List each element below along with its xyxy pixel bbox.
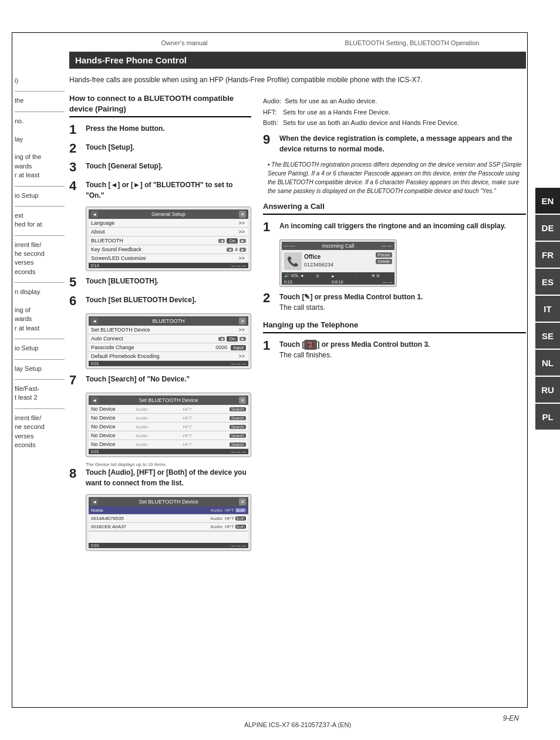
incoming-call-screen: — — Incoming Call — — 📞 Office 012345623… (279, 239, 397, 287)
lang-tab-pl[interactable]: PL (535, 404, 560, 430)
screen-row-passcode: Passcode Change 0000 Input (89, 343, 248, 352)
screen-footer-1: 0:14 — — — (89, 263, 248, 268)
step-3-num: 3 (69, 161, 81, 174)
step-7-content: Touch [Search] of "No Device." (86, 374, 251, 384)
back-btn-4: ◄ (91, 498, 98, 505)
screen-title-1: General Setup (98, 211, 239, 217)
step-7: 7 Touch [Search] of "No Device." (69, 374, 251, 387)
delete-btn[interactable]: Delete (376, 259, 392, 264)
lang-tab-de[interactable]: DE (535, 215, 560, 241)
screen-row-about: About >> (89, 228, 248, 236)
screen-row-language: Language >> (89, 219, 248, 228)
contact-num: 0123456234 (304, 261, 373, 269)
left-item-1: i) (15, 76, 65, 85)
close-btn-2: ✕ (239, 317, 246, 325)
screen-setbt-devices: ◄ Set BLUETOOTH Device ✕ Nokia Audio HFT… (86, 494, 251, 551)
screen-header-3: ◄ Set BLUETOOTH Device ✕ (89, 396, 248, 405)
step-8-num: 8 (69, 467, 81, 480)
step-3-content: Touch [General Setup]. (86, 161, 251, 171)
step-4-content: Touch [◄] or [►] of "BLUETOOTH" to set t… (86, 180, 251, 201)
screen-row-screenled: Screen/LED Customize >> (89, 254, 248, 263)
lang-tab-ru[interactable]: RU (535, 377, 560, 403)
hangup-step-1: 1 Touch [📵] or press Media Control butto… (263, 339, 526, 360)
step-2: 2 Touch [Setup]. (69, 142, 251, 155)
screen-header-4: ◄ Set BLUETOOTH Device ✕ (89, 497, 248, 506)
step-4-num: 4 (69, 180, 81, 192)
contact-name: Office (304, 252, 373, 261)
screen-bluetooth: ◄ BLUETOOTH ✕ Set BLUETOOTH Device >> Au… (86, 313, 251, 369)
screen-title-2: BLUETOOTH (98, 318, 239, 324)
back-btn-1: ◄ (91, 211, 98, 218)
left-item-6: irrent file/he secondverseseconds (15, 241, 65, 277)
left-item-9: lay Setup (15, 364, 65, 373)
step-9: 9 When the device registration is comple… (263, 133, 526, 154)
step-9-num: 9 (263, 133, 275, 146)
screen-header-1: ◄ General Setup ✕ (89, 210, 248, 219)
empty-row (89, 531, 248, 543)
screen-row-setbt: Set BLUETOOTH Device >> (89, 326, 248, 334)
lang-tab-en[interactable]: EN (535, 188, 560, 214)
step-8-content: Touch [Audio], [HFT] or [Both] of the de… (86, 467, 251, 488)
screen-general-setup: ◄ General Setup ✕ Language >> About >> B… (86, 207, 251, 271)
hangup-step-1-num: 1 (263, 339, 275, 352)
lang-tab-se[interactable]: SE (535, 323, 560, 349)
step-6-content: Touch [Set BLUETOOTH Device]. (86, 295, 251, 305)
answer-step-2-content: Touch [✎] or press Media Control button … (279, 292, 526, 313)
header-left: Owner's manual (70, 39, 298, 46)
search-row-2: No Device Audio HFT Search (89, 414, 248, 423)
contact-info: Office 0123456234 (304, 252, 373, 270)
page-title: Hands-Free Phone Control (69, 52, 526, 69)
left-item-3: no.laying of thewardsr at least (15, 117, 65, 180)
step-2-content: Touch [Setup]. (86, 142, 251, 153)
step-9-content: When the device registration is complete… (279, 133, 526, 154)
page-border-top (12, 32, 528, 33)
answer-step-2: 2 Touch [✎] or press Media Control butto… (263, 292, 526, 313)
device-row-1: 0014A4D78535 Audio HFT Both (89, 515, 248, 523)
step-1-num: 1 (69, 123, 81, 136)
page-border-left (12, 32, 12, 708)
intro-text: Hands-free calls are possible when using… (69, 75, 526, 85)
header-right: BLUETOOTH Setting, BLUETOOTH Operation (298, 39, 526, 46)
step-8: 8 Touch [Audio], [HFT] or [Both] of the … (69, 467, 251, 488)
incoming-controls: 🔊 VOL ◄ 5 ► 📞 ⊕ ⊖ (282, 272, 394, 279)
screen-row-keysound: Key Sound Feedback ◄ 4 ► (89, 245, 248, 254)
lang-tab-nl[interactable]: NL (535, 350, 560, 376)
right-column: Audio: Sets for use as an Audio device. … (263, 93, 526, 556)
left-column: How to connect to a BLUETOOTH compatible… (69, 93, 251, 556)
step-7-num: 7 (69, 374, 81, 387)
screen-header-2: ◄ BLUETOOTH ✕ (89, 316, 248, 326)
main-content: Hands-Free Phone Control Hands-free call… (69, 52, 526, 706)
answer-step-1: 1 An incoming call triggers the ringtone… (263, 221, 526, 234)
audio-types-list: Audio: Sets for use as an Audio device. … (263, 96, 526, 129)
page-border-bottom (12, 707, 528, 708)
two-column-layout: How to connect to a BLUETOOTH compatible… (69, 93, 526, 556)
left-item-7: n displaying ofwardsr at least (15, 288, 65, 333)
screen-footer-3: 0:01 — — — (89, 449, 248, 454)
preset-btn[interactable]: Preset (376, 252, 392, 258)
page-header: Owner's manual BLUETOOTH Setting, BLUETO… (70, 34, 526, 52)
lang-tab-fr[interactable]: FR (535, 242, 560, 268)
incoming-body: 📞 Office 0123456234 Preset Delete (282, 250, 394, 272)
screen-title-3: Set BLUETOOTH Device (98, 397, 239, 403)
screen-row-bluetooth: BLUETOOTH ◄ On ► (89, 236, 248, 245)
step-1: 1 Press the Home button. (69, 123, 251, 136)
answer-step-2-num: 2 (263, 292, 275, 305)
step-2-num: 2 (69, 142, 81, 155)
step-4: 4 Touch [◄] or [►] of "BLUETOOTH" to set… (69, 180, 251, 201)
screen-setbt-nodevice: ◄ Set BLUETOOTH Device ✕ No Device Audio… (86, 393, 251, 457)
close-btn-3: ✕ (239, 397, 246, 404)
phone-icon: 📞 (284, 252, 302, 270)
left-item-11: irrent file/ne secondverseseconds (15, 414, 65, 450)
answering-section: Answering a Call 1 An incoming call trig… (263, 201, 526, 313)
search-row-5: No Device Audio HFT Search (89, 440, 248, 449)
step-1-content: Press the Home button. (86, 123, 251, 134)
section-heading-answering: Answering a Call (263, 201, 526, 215)
lang-tab-it[interactable]: IT (535, 296, 560, 322)
screen-row-phonebook: Default Phonebook Encoding >> (89, 352, 248, 361)
left-item-4: io Setup (15, 191, 65, 200)
lang-tab-es[interactable]: ES (535, 269, 560, 295)
screen-footer-4: 0:03 — — — (89, 543, 248, 548)
step-3: 3 Touch [General Setup]. (69, 161, 251, 174)
step-5-content: Touch [BLUETOOTH]. (86, 276, 251, 286)
step-6: 6 Touch [Set BLUETOOTH Device]. (69, 295, 251, 308)
